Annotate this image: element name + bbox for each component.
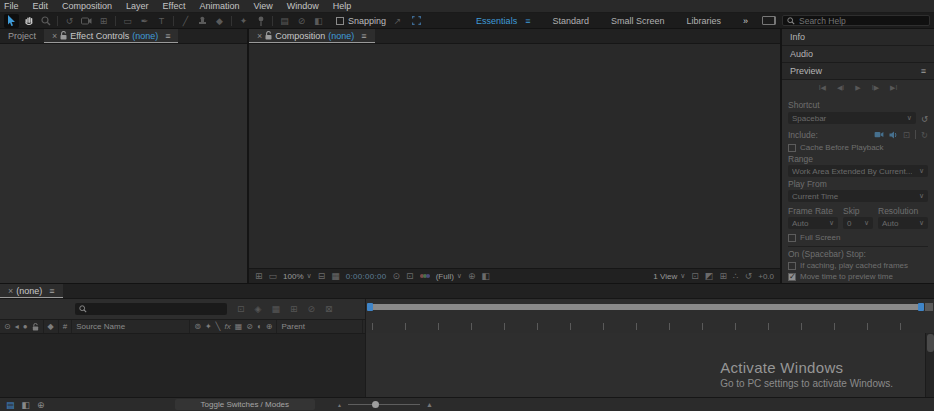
menu-animation[interactable]: Animation [199, 1, 239, 11]
selection-tool-icon[interactable] [4, 14, 19, 28]
workspace-essentials[interactable]: Essentials [476, 16, 517, 26]
mini-flowchart-icon[interactable]: ⊞ [719, 271, 727, 281]
frame-blending-icon[interactable]: ⊞ [290, 304, 298, 314]
zoom-slider-handle[interactable] [372, 401, 379, 408]
composition-viewer[interactable] [249, 44, 780, 268]
play-from-dropdown[interactable]: Current Time ∨ [788, 190, 928, 202]
motion-blur-switch-icon[interactable]: ⊘ [246, 322, 253, 331]
menu-window[interactable]: Window [287, 1, 319, 11]
video-visibility-icon[interactable]: ⊙ [4, 322, 11, 331]
close-icon[interactable]: × [8, 286, 13, 296]
pen-tool-icon[interactable]: ✒ [137, 14, 152, 28]
toggle-switches-modes-button[interactable]: Toggle Switches / Modes [175, 399, 316, 410]
expand-layer-switches-icon[interactable]: ▤ [6, 400, 15, 410]
mask-outline-icon[interactable]: ◧ [482, 271, 491, 281]
label-column[interactable]: ◆ [44, 320, 59, 333]
full-screen-checkbox[interactable] [788, 234, 796, 242]
workspace-overflow-icon[interactable]: » [743, 16, 748, 26]
skip-dropdown[interactable]: 0 ∨ [843, 217, 873, 229]
zoom-slider-track[interactable] [348, 404, 420, 405]
mask-visibility-icon[interactable]: ▤ [277, 14, 292, 28]
snap-along-edges-icon[interactable]: ↗ [390, 14, 405, 28]
type-tool-icon[interactable]: T [154, 14, 169, 28]
source-name-column[interactable]: Source Name [72, 320, 190, 333]
number-column[interactable]: # [59, 320, 72, 333]
workspace-bar-icon[interactable] [762, 16, 776, 25]
camera-tool-icon[interactable] [79, 14, 94, 28]
panel-menu-icon[interactable]: ≡ [921, 66, 926, 76]
tab-timeline-none[interactable]: × (none) ≡ [0, 284, 63, 298]
workarea-right-handle[interactable] [918, 303, 924, 311]
move-time-checkbox[interactable] [788, 273, 796, 281]
shy-switch-icon[interactable]: ⊚ [194, 322, 201, 331]
magnification-dropdown[interactable]: 100% ∨ [283, 272, 312, 281]
hand-tool-icon[interactable] [21, 14, 36, 28]
menu-effect[interactable]: Effect [163, 1, 186, 11]
graph-editor-icon[interactable]: ⊠ [325, 304, 333, 314]
comp-marker-bin-icon[interactable] [925, 303, 933, 311]
flowchart-tree-icon[interactable]: ∴ [733, 271, 739, 281]
menu-help[interactable]: Help [333, 1, 352, 11]
timeline-zoom-scrollbar[interactable] [369, 304, 922, 310]
rotation-tool-icon[interactable]: ↺ [62, 14, 77, 28]
info-panel-header[interactable]: Info [782, 29, 934, 46]
timeline-search-input[interactable] [90, 305, 200, 314]
resolution-dropdown[interactable]: (Full) ∨ [436, 272, 462, 281]
close-icon[interactable]: × [257, 31, 262, 41]
show-channels-icon[interactable] [420, 274, 430, 278]
close-icon[interactable]: × [52, 31, 57, 41]
zoom-in-frames-icon[interactable]: ▲ [426, 401, 433, 408]
show-snapshot-icon[interactable]: ⊡ [406, 271, 414, 281]
3d-switch-icon[interactable]: ⊕ [266, 322, 273, 331]
hide-shy-layers-icon[interactable]: ▦ [271, 304, 280, 314]
view-layout-dropdown[interactable]: 1 View ∨ [653, 272, 685, 281]
shortcut-dropdown[interactable]: Spacebar ∨ [788, 112, 916, 124]
puppet-pin-tool-icon[interactable] [253, 14, 268, 28]
menu-layer[interactable]: Layer [126, 1, 149, 11]
reset-preview-icon[interactable]: ↺ [921, 114, 928, 124]
snapshot-icon[interactable]: ⊙ [393, 271, 401, 281]
scrollbar-thumb[interactable] [927, 334, 934, 352]
time-ruler[interactable] [365, 319, 934, 333]
include-overlays-icon[interactable]: ⊡ [903, 130, 910, 140]
menu-edit[interactable]: Edit [33, 1, 49, 11]
expand-transfer-controls-icon[interactable]: ◧ [22, 400, 31, 410]
if-caching-checkbox[interactable] [788, 262, 796, 270]
include-audio-icon[interactable] [889, 131, 898, 139]
clone-stamp-tool-icon[interactable] [195, 14, 210, 28]
track-area[interactable]: Activate Windows Go to PC settings to ac… [365, 333, 925, 397]
rectangle-tool-icon[interactable]: ▭ [120, 14, 135, 28]
unlock-icon[interactable] [60, 31, 67, 40]
loop-icon[interactable]: ↻ [921, 130, 928, 140]
panel-menu-icon[interactable]: ≡ [49, 286, 54, 296]
next-frame-icon[interactable]: I▶ [872, 84, 879, 92]
roi-icon[interactable]: ⊟ [318, 271, 326, 281]
panel-menu-icon[interactable]: ≡ [165, 31, 170, 41]
previous-frame-icon[interactable]: ◀I [837, 84, 844, 92]
zoom-tool-icon[interactable] [38, 14, 53, 28]
menu-file[interactable]: File [4, 1, 19, 11]
roto-brush-tool-icon[interactable]: ✦ [236, 14, 251, 28]
comp-mini-flowchart-icon[interactable]: ⊡ [237, 304, 245, 314]
frame-rate-dropdown[interactable]: Auto ∨ [788, 217, 838, 229]
play-icon[interactable]: ▶ [855, 84, 860, 92]
workarea-left-handle[interactable] [367, 303, 373, 311]
expand-inout-panes-icon[interactable]: ⊕ [37, 400, 45, 410]
timeline-vertical-scrollbar[interactable] [925, 333, 934, 397]
menu-composition[interactable]: Composition [62, 1, 112, 11]
lock-column-icon[interactable] [32, 323, 39, 331]
solo-column-icon[interactable]: ● [23, 322, 28, 331]
frame-blend-switch-icon[interactable]: ▦ [235, 322, 243, 331]
audio-column-icon[interactable]: ◂ [15, 322, 19, 331]
reset-exposure-icon[interactable]: ↺ [745, 271, 753, 281]
fx-switch-icon[interactable]: fx [224, 322, 230, 331]
workspace-libraries[interactable]: Libraries [686, 16, 721, 26]
draft-3d-icon[interactable]: ◈ [255, 304, 262, 314]
audio-panel-header[interactable]: Audio [782, 46, 934, 63]
help-search-input[interactable] [799, 16, 909, 26]
workspace-standard[interactable]: Standard [552, 16, 589, 26]
parent-column[interactable]: Parent [277, 320, 363, 333]
fast-previews-icon[interactable]: ◩ [705, 271, 714, 281]
layer-list-area[interactable] [0, 333, 365, 397]
transparency-grid-icon[interactable]: ▦ [331, 271, 340, 281]
